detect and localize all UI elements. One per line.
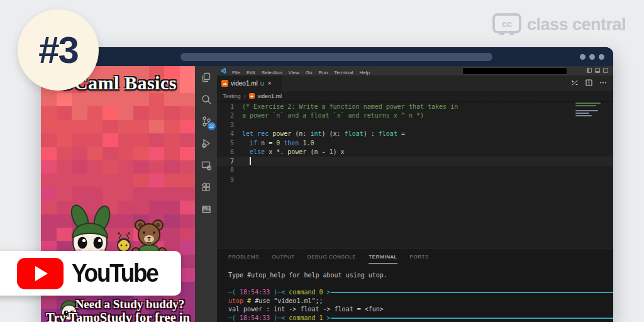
breadcrumb-file[interactable]: video1.ml bbox=[258, 93, 282, 99]
line-number: 4 bbox=[217, 130, 234, 137]
search-icon[interactable] bbox=[200, 93, 213, 106]
code-line-9: 9 bbox=[217, 175, 613, 184]
bottom-panel: PROBLEMSOUTPUTDEBUG CONSOLETERMINALPORTS… bbox=[217, 248, 613, 322]
close-tab-icon[interactable]: × bbox=[267, 80, 271, 87]
menu-terminal[interactable]: Terminal bbox=[331, 70, 356, 75]
panel-tab-terminal[interactable]: TERMINAL bbox=[369, 254, 397, 264]
brand-logo: cc class central bbox=[492, 13, 626, 36]
code-line-5: 5 if n = 0 then 1.0 bbox=[217, 138, 613, 148]
youtube-label: YouTube bbox=[72, 258, 160, 288]
tab-label: video1.ml bbox=[231, 80, 258, 87]
command-center[interactable] bbox=[462, 67, 567, 75]
svg-text:cc: cc bbox=[502, 18, 513, 29]
code-editor[interactable]: 1(* Exercise 2: Write a function named p… bbox=[217, 101, 613, 248]
terminal-line: Type #utop_help for help about using uto… bbox=[228, 271, 613, 280]
run-ocaml-icon[interactable] bbox=[571, 79, 579, 86]
line-number: 9 bbox=[217, 176, 234, 183]
caption-line-2: Try TamoStudy for free in bbox=[41, 311, 195, 322]
git-status-untracked: U bbox=[260, 80, 265, 87]
line-number: 1 bbox=[217, 103, 234, 110]
vscode-logo-icon bbox=[221, 68, 226, 74]
browser-menu-dots[interactable] bbox=[580, 54, 604, 60]
rank-badge: #3 bbox=[18, 9, 99, 91]
line-number: 2 bbox=[217, 112, 234, 119]
window-dot-icon bbox=[599, 54, 604, 60]
code-line-8: 8 bbox=[217, 166, 613, 175]
line-number: 8 bbox=[217, 167, 234, 174]
menu-view[interactable]: View bbox=[286, 70, 303, 75]
activity-bar: 32 bbox=[195, 66, 217, 322]
more-actions-icon[interactable] bbox=[599, 79, 607, 86]
media-extension-icon[interactable] bbox=[200, 203, 213, 216]
panel-tab-problems[interactable]: PROBLEMS bbox=[228, 254, 259, 264]
editor-actions bbox=[571, 79, 607, 86]
split-editor-icon[interactable] bbox=[586, 79, 592, 86]
toggle-panel-icon[interactable] bbox=[595, 68, 600, 73]
source-control-icon[interactable]: 32 bbox=[200, 115, 213, 128]
rank-badge-label: #3 bbox=[38, 28, 78, 72]
extensions-icon[interactable] bbox=[200, 181, 213, 194]
code-line-2: 2a power `n` and a float `x` and returns… bbox=[217, 111, 613, 121]
terminal-line: ─( 18:54:33 )─< command 0 > bbox=[228, 288, 613, 297]
breadcrumb-separator-icon: › bbox=[244, 93, 246, 99]
terminal-output[interactable]: Type #utop_help for help about using uto… bbox=[228, 271, 613, 322]
menu-edit[interactable]: Edit bbox=[243, 70, 258, 75]
terminal-line: val power : int -> float -> float = <fun… bbox=[228, 305, 613, 314]
brand-label: class central bbox=[527, 15, 626, 35]
code-line-4: 4let rec power (n: int) (x: float) : flo… bbox=[217, 130, 613, 139]
editor-tab-bar: video1.ml U × bbox=[217, 75, 613, 91]
customize-layout-icon[interactable] bbox=[603, 68, 608, 73]
page: OCaml Basics bbox=[0, 0, 644, 322]
remote-explorer-icon[interactable] bbox=[200, 159, 213, 172]
class-central-icon: cc bbox=[492, 13, 521, 36]
url-bar[interactable] bbox=[180, 53, 492, 61]
toggle-sidebar-icon[interactable] bbox=[587, 68, 592, 73]
play-triangle-icon bbox=[35, 266, 48, 281]
panel-tabs: PROBLEMSOUTPUTDEBUG CONSOLETERMINALPORTS bbox=[217, 248, 613, 264]
code-lines: 1(* Exercise 2: Write a function named p… bbox=[217, 102, 613, 184]
vscode-window: FileEditSelectionViewGoRunTerminalHelp v… bbox=[217, 66, 613, 322]
ocaml-file-icon bbox=[221, 80, 228, 87]
terminal-line bbox=[228, 280, 613, 289]
menu-run[interactable]: Run bbox=[315, 70, 331, 75]
caption-line-1: Need a Study buddy? bbox=[41, 297, 195, 311]
code-line-1: 1(* Exercise 2: Write a function named p… bbox=[217, 102, 613, 111]
youtube-logo-card: YouTube bbox=[0, 251, 181, 296]
menu-selection[interactable]: Selection bbox=[258, 70, 286, 75]
terminal-line: ─( 18:54:33 )─< command 1 > bbox=[228, 314, 613, 322]
panel-tab-debug-console[interactable]: DEBUG CONSOLE bbox=[308, 254, 357, 264]
vscode-menubar: FileEditSelectionViewGoRunTerminalHelp bbox=[217, 66, 613, 75]
minimap[interactable] bbox=[575, 103, 604, 118]
code-line-7: 7 bbox=[217, 157, 613, 166]
editor-scrollbar[interactable] bbox=[613, 101, 613, 248]
browser-titlebar bbox=[41, 47, 613, 66]
breadcrumb-folder[interactable]: Testing bbox=[223, 93, 241, 99]
menu-go[interactable]: Go bbox=[303, 70, 316, 75]
panel-tab-output[interactable]: OUTPUT bbox=[272, 254, 295, 264]
window-dot-icon bbox=[580, 54, 586, 60]
source-control-badge: 32 bbox=[208, 122, 216, 130]
breadcrumb[interactable]: Testing › video1.ml bbox=[217, 91, 613, 101]
window-dot-icon bbox=[589, 54, 595, 60]
menu-help[interactable]: Help bbox=[356, 70, 372, 75]
line-number: 6 bbox=[217, 148, 234, 155]
menu-file[interactable]: File bbox=[229, 70, 243, 75]
code-line-3: 3 bbox=[217, 120, 613, 130]
terminal-line: utop # #use "video1.ml";; bbox=[228, 297, 613, 306]
text-cursor bbox=[250, 157, 251, 165]
run-debug-icon[interactable] bbox=[200, 137, 213, 150]
explorer-icon[interactable] bbox=[200, 71, 213, 84]
ocaml-file-icon bbox=[249, 93, 255, 99]
line-number: 3 bbox=[217, 121, 234, 128]
line-number: 5 bbox=[217, 140, 234, 147]
line-number: 7 bbox=[217, 158, 234, 165]
tab-video1-ml[interactable]: video1.ml U × bbox=[217, 75, 282, 91]
youtube-play-icon bbox=[17, 258, 64, 289]
layout-controls bbox=[587, 68, 608, 73]
code-line-6: 6 else x *. power (n - 1) x bbox=[217, 148, 613, 157]
panel-tab-ports[interactable]: PORTS bbox=[410, 254, 429, 264]
